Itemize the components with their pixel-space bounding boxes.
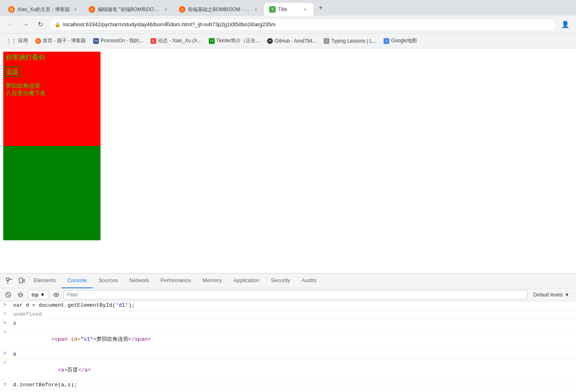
console-line-6: < <a>百度</a> <box>0 359 576 381</box>
span-content: 梦回吹角连营 <box>96 336 128 342</box>
tab-1[interactable]: B Xiao_Xu的主页 - 博客园 × <box>3 3 84 16</box>
url-text: localhost:63342/pycharm/study/day46/bom和… <box>63 21 551 28</box>
span-val: "s1" <box>80 336 93 342</box>
console-line-2: < undefined <box>0 310 576 319</box>
url-bar[interactable]: 🔒 localhost:63342/pycharm/study/day46/bo… <box>49 18 556 31</box>
bookmark-1[interactable]: B 首页 - 园子 - 博客园 <box>32 36 89 46</box>
stop-icon <box>17 292 24 298</box>
bookmark-maps-icon: G <box>384 38 389 44</box>
address-bar: ← → ↻ 🔒 localhost:63342/pycharm/study/da… <box>0 16 576 34</box>
tab-bar: B Xiao_Xu的主页 - 博客园 × B 编辑随笔 "前端BOM和DOM" … <box>0 0 576 16</box>
tab-4-close[interactable]: × <box>302 6 309 13</box>
console-text-7: d.insertBefore(a,s); <box>10 382 573 388</box>
bookmark-3-icon: G <box>151 38 156 44</box>
a-content: 百度 <box>67 367 78 373</box>
devtools-tab-network[interactable]: Network <box>124 273 155 288</box>
webpage: 斜里挑灯看剑 百度 梦回吹角连营 八百里分麾下炙 <box>0 48 576 273</box>
tab-1-title: Xiao_Xu的主页 - 博客园 <box>17 6 70 13</box>
bookmark-4-label: Tkinter简介（正在... <box>216 37 260 44</box>
console-line-7: > d.insertBefore(a,s); <box>0 381 576 390</box>
console-text-2: undefined <box>10 311 573 317</box>
lock-icon: 🔒 <box>55 22 61 27</box>
devtools-tab-audits[interactable]: Audits <box>296 273 322 288</box>
bookmark-1-icon: B <box>35 38 41 44</box>
bookmark-4-icon: Tk <box>209 38 215 44</box>
devtools-device-button[interactable] <box>16 275 28 287</box>
devtools-tab-performance[interactable]: Performance <box>155 273 197 288</box>
console-arrow-4: < <box>3 329 10 335</box>
context-selector[interactable]: top ▼ <box>28 290 49 299</box>
bookmark-1-label: 首页 - 园子 - 博客园 <box>43 37 86 44</box>
console-output[interactable]: > var d = document.getElementById('d1');… <box>0 301 576 392</box>
green-div <box>3 146 101 240</box>
tab-4-favicon: T <box>269 6 276 13</box>
devtools-tab-console[interactable]: Console <box>62 273 93 288</box>
bookmark-google-maps[interactable]: G Google地图 <box>380 36 420 46</box>
tab-2[interactable]: B 编辑随笔 "前端BOM和DOM" - × <box>84 3 174 16</box>
show-console-button[interactable] <box>51 290 61 300</box>
svg-line-6 <box>7 294 9 296</box>
console-arrow-5: > <box>3 351 10 357</box>
new-tab-button[interactable]: + <box>315 2 327 14</box>
bookmark-2-icon: On <box>93 38 99 44</box>
tab-4[interactable]: T Title × <box>264 3 313 16</box>
bookmark-apps[interactable]: ⋮⋮ 应用 <box>3 36 31 46</box>
context-value: top <box>32 292 39 298</box>
devtools-toolbar: top ▼ Default levels ▼ <box>0 288 576 301</box>
console-line-5: > a <box>0 350 576 359</box>
devtools-tabs: Elements Console Sources Network Perform… <box>0 273 576 288</box>
bookmark-typing-label: Typing Lessons | L... <box>331 38 376 44</box>
console-filter-input[interactable] <box>64 290 528 299</box>
devtools-tab-memory[interactable]: Memory <box>197 273 228 288</box>
bookmarks-bar: ⋮⋮ 应用 B 首页 - 园子 - 博客园 On ProcessOn - 我的.… <box>0 34 576 48</box>
console-arrow-1: > <box>3 302 10 308</box>
baidu-link-box: 百度 <box>4 66 21 77</box>
devtools-tab-elements[interactable]: Elements <box>28 273 62 288</box>
device-icon <box>18 278 25 284</box>
console-text-6: <a>百度</a> <box>10 360 573 380</box>
tab-3[interactable]: B 前端基础之BOM和DOM - cls超 × <box>174 3 264 16</box>
console-text-3: s <box>10 320 573 326</box>
baidu-link[interactable]: 百度 <box>7 68 18 75</box>
a-tag-open: <a> <box>58 367 67 373</box>
tab-2-favicon: B <box>89 6 95 13</box>
browser-window: B Xiao_Xu的主页 - 博客园 × B 编辑随笔 "前端BOM和DOM" … <box>0 0 576 392</box>
tab-3-favicon: B <box>179 6 185 13</box>
context-dropdown-icon: ▼ <box>40 292 45 298</box>
console-settings-button[interactable] <box>16 290 25 300</box>
console-arrow-2: < <box>3 311 10 317</box>
default-levels-selector[interactable]: Default levels ▼ <box>530 291 573 299</box>
tab-1-close[interactable]: × <box>72 6 79 13</box>
devtools-inspect-button[interactable] <box>3 275 16 287</box>
console-clear-button[interactable] <box>3 290 13 300</box>
bookmark-5-icon: ☀ <box>267 38 273 44</box>
dream-span: 梦回吹角连营 <box>6 82 40 89</box>
account-button[interactable]: 👤 <box>560 19 571 30</box>
devtools-tab-application[interactable]: Application <box>228 273 265 288</box>
forward-button[interactable]: → <box>20 19 31 30</box>
bookmark-2[interactable]: On ProcessOn - 我的... <box>90 36 146 46</box>
bookmark-5[interactable]: ☀ GitHub - Amd794... <box>264 36 320 46</box>
tab-1-favicon: B <box>8 6 15 13</box>
span-tag-open: <span <box>51 336 67 342</box>
bookmark-4[interactable]: Tk Tkinter简介（正在... <box>206 36 263 46</box>
bookmark-apps-label: 应用 <box>18 37 28 44</box>
bookmark-3[interactable]: G 动态 - Xiao_Xu (X... <box>147 36 204 46</box>
default-levels-icon: ▼ <box>565 292 569 298</box>
dream-line: 梦回吹角连营 <box>6 82 98 90</box>
reload-button[interactable]: ↻ <box>34 19 46 30</box>
back-button[interactable]: ← <box>5 19 16 30</box>
page-content: 斜里挑灯看剑 百度 梦回吹角连营 八百里分麾下炙 <box>0 48 576 273</box>
a-tag-end: </a> <box>78 367 91 373</box>
devtools-tab-security[interactable]: Security <box>265 273 296 288</box>
tab-2-title: 编辑随笔 "前端BOM和DOM" - <box>98 6 160 13</box>
svg-rect-0 <box>7 278 9 280</box>
tab-3-close[interactable]: × <box>253 6 259 13</box>
devtools-tab-sources[interactable]: Sources <box>93 273 124 288</box>
tab-2-close[interactable]: × <box>162 6 169 13</box>
bookmark-typing-lessons[interactable]: T Typing Lessons | L... <box>320 36 379 46</box>
console-text-5: a <box>10 351 573 357</box>
bookmark-3-label: 动态 - Xiao_Xu (X... <box>158 37 201 44</box>
console-line-4: < <span id="s1">梦回吹角连营</span> <box>0 328 576 350</box>
svg-rect-4 <box>23 279 25 282</box>
